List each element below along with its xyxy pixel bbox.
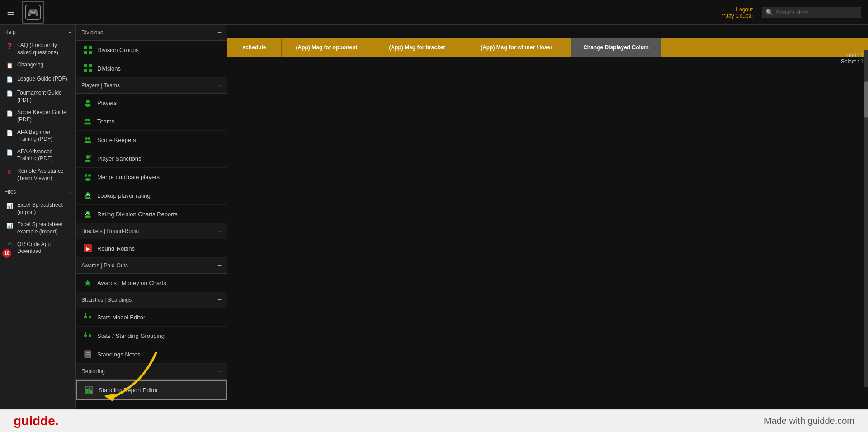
svg-rect-49 — [90, 390, 92, 393]
reporting-section-header[interactable]: Reporting − — [76, 364, 227, 380]
svg-point-21 — [85, 160, 91, 162]
awards-section-label: Awards | Paid-Outs — [81, 262, 128, 269]
sidebar-item-remote-assistance[interactable]: 🖥 Remote Assistance (Team Viewer) — [0, 165, 75, 185]
sidebar-item-league-guide[interactable]: 📄 League Guide (PDF) — [0, 73, 75, 87]
faq-label: FAQ (Frequently asked questions) — [17, 42, 71, 56]
nav-item-teams[interactable]: Teams — [76, 112, 227, 131]
svg-rect-47 — [86, 389, 88, 393]
total-label: Total : 1 — [841, 52, 863, 58]
sidebar-item-apa-advanced[interactable]: 📄 APA Advanced Training (PDF) — [0, 146, 75, 165]
player-sanctions-label: Player Sanctions — [97, 155, 142, 162]
nav-item-players[interactable]: Players — [76, 94, 227, 112]
brackets-collapse-btn[interactable]: − — [217, 227, 222, 235]
hamburger-icon[interactable]: ☰ — [7, 7, 15, 18]
svg-point-28 — [85, 197, 91, 199]
col-msg-bracket[interactable]: (App) Msg for bracket — [372, 38, 462, 57]
divisions-collapse-btn[interactable]: − — [217, 28, 222, 37]
nav-item-merge-players[interactable]: Merge duplicate players — [76, 168, 227, 186]
merge-players-icon — [83, 172, 93, 182]
standings-notes-icon — [83, 349, 93, 359]
excel-example-icon: 📊 — [5, 222, 14, 230]
brackets-section-header[interactable]: Brackets | Round-Robin − — [76, 223, 227, 239]
lookup-rating-label: Lookup player rating — [97, 192, 151, 199]
guidde-logo-text: guidde. — [14, 414, 59, 428]
svg-text:🎮: 🎮 — [28, 7, 39, 18]
svg-point-34 — [84, 316, 87, 318]
players-collapse-btn[interactable]: − — [217, 81, 222, 90]
league-guide-icon: 📄 — [5, 76, 14, 84]
vertical-scrollbar[interactable] — [864, 50, 868, 387]
nav-item-divisions[interactable]: Divisions — [76, 59, 227, 78]
merge-players-label: Merge duplicate players — [97, 174, 160, 180]
players-label: Players — [97, 100, 117, 106]
col-msg-winner-loser[interactable]: (App) Msg for winner / loser — [462, 38, 571, 57]
footer: guidde. Made with guidde.com — [0, 409, 868, 432]
statistics-collapse-btn[interactable]: − — [217, 296, 222, 304]
svg-rect-5 — [89, 51, 92, 54]
files-section-header[interactable]: Files - — [0, 185, 75, 199]
col-msg-opponent[interactable]: (App) Msg for opponent — [282, 38, 372, 57]
league-guide-label: League Guide (PDF) — [17, 76, 67, 83]
sidebar-item-faq[interactable]: ❓ FAQ (Frequently asked questions) — [0, 39, 75, 59]
notification-badge[interactable]: 10 — [2, 249, 11, 258]
nav-item-standing-report-editor[interactable]: Standing Report Editor — [76, 380, 227, 400]
svg-point-19 — [87, 141, 91, 143]
nav-item-stats-standing[interactable]: Stats / Standing Grouping — [76, 327, 227, 345]
search-area[interactable]: 🔍 — [762, 7, 861, 18]
awards-collapse-btn[interactable]: − — [217, 261, 222, 270]
sidebar-item-tournament-guide[interactable]: 📄 Tournament Guide (PDF) — [0, 87, 75, 106]
total-info: Total : 1 Select : 1 — [841, 52, 863, 65]
divisions-section-header[interactable]: Divisions − — [76, 25, 227, 41]
sidebar-item-apa-beginner[interactable]: 📄 APA Beginner Training (PDF) — [0, 126, 75, 146]
stats-model-label: Stats Model Editor — [97, 314, 145, 321]
round-robins-label: Round-Robins — [97, 245, 135, 252]
sidebar-item-qr-code[interactable]: 📱 QR Code App Download — [0, 238, 75, 258]
nav-item-awards-money[interactable]: Awards | Money on Charts — [76, 274, 227, 292]
col-schedule[interactable]: schedule — [227, 38, 282, 57]
nav-item-score-keepers[interactable]: Score Keepers — [76, 131, 227, 149]
svg-point-15 — [87, 123, 91, 125]
middle-nav: Divisions − Division Groups Divisions Pl… — [76, 25, 227, 409]
tournament-guide-label: Tournament Guide (PDF) — [17, 90, 71, 104]
logout-label[interactable]: Logout — [722, 6, 753, 13]
sidebar-item-excel-import[interactable]: 📊 Excel Spreadsheet (import) — [0, 199, 75, 218]
svg-point-16 — [85, 137, 88, 140]
sidebar-item-changelog[interactable]: 📋 Changelog — [0, 59, 75, 73]
files-section-collapse[interactable]: - — [69, 188, 71, 195]
nav-item-rating-charts[interactable]: Rating Division Charts Reports — [76, 205, 227, 223]
svg-point-10 — [86, 100, 90, 103]
scrollbar-thumb[interactable] — [864, 81, 868, 118]
nav-item-round-robins[interactable]: ▶ Round-Robins — [76, 239, 227, 258]
stats-model-icon — [83, 312, 93, 322]
svg-point-30 — [85, 215, 91, 218]
svg-rect-4 — [84, 51, 87, 54]
svg-point-38 — [84, 334, 87, 337]
statistics-section-header[interactable]: Statistics | Standings − — [76, 292, 227, 308]
excel-import-label: Excel Spreadsheet (import) — [17, 202, 71, 216]
nav-item-player-sanctions[interactable]: Player Sanctions — [76, 149, 227, 168]
standing-report-editor-icon — [84, 385, 94, 395]
awards-section-header[interactable]: Awards | Paid-Outs − — [76, 258, 227, 274]
sidebar-item-scorekeeper-guide[interactable]: 📄 Score Keeper Guide (PDF) — [0, 106, 75, 126]
players-section-header[interactable]: Players | Teams − — [76, 78, 227, 94]
svg-point-36 — [89, 316, 91, 318]
standing-report-editor-label: Standing Report Editor — [99, 387, 158, 394]
sidebar-item-excel-example[interactable]: 📊 Excel Spreadsheet example (import) — [0, 218, 75, 238]
logout-area[interactable]: Logout **Jay Coubal — [722, 6, 753, 19]
reporting-section-label: Reporting — [81, 368, 105, 375]
nav-item-division-groups[interactable]: Division Groups — [76, 41, 227, 59]
col-change-displayed[interactable]: Change Displayed Colum — [571, 38, 661, 57]
nav-item-standings-notes[interactable]: Standings Notes — [76, 345, 227, 364]
excel-example-label: Excel Spreadsheet example (import) — [17, 221, 71, 235]
help-section-header[interactable]: Help - — [0, 25, 75, 39]
reporting-collapse-btn[interactable]: − — [217, 367, 222, 375]
search-input[interactable] — [776, 9, 857, 16]
nav-item-lookup-rating[interactable]: Lookup player rating — [76, 186, 227, 205]
svg-point-40 — [89, 334, 91, 337]
teams-label: Teams — [97, 118, 114, 125]
changelog-label: Changelog — [17, 62, 43, 69]
nav-item-stats-model[interactable]: Stats Model Editor — [76, 308, 227, 327]
svg-marker-33 — [84, 279, 91, 286]
stats-standing-icon — [83, 331, 93, 341]
help-section-collapse[interactable]: - — [69, 28, 71, 36]
